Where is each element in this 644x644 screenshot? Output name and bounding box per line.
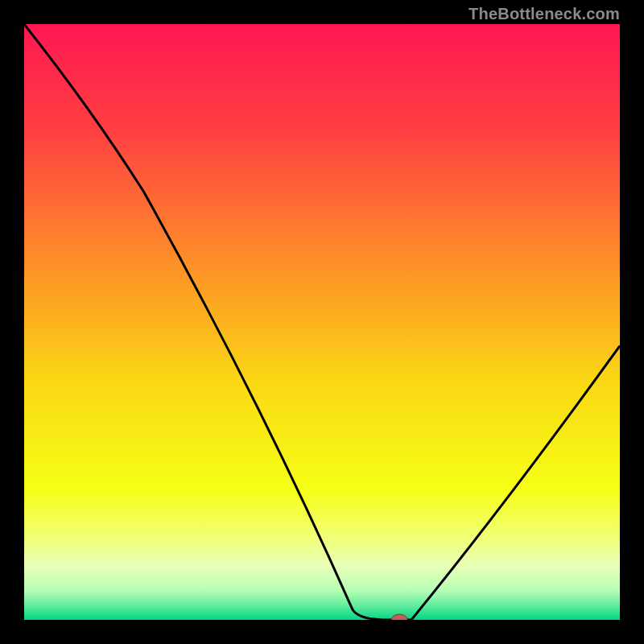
- gradient-bg: [24, 24, 620, 620]
- watermark-text: TheBottleneck.com: [469, 5, 620, 23]
- chart-frame: TheBottleneck.com: [0, 0, 644, 644]
- chart-svg: [24, 24, 620, 620]
